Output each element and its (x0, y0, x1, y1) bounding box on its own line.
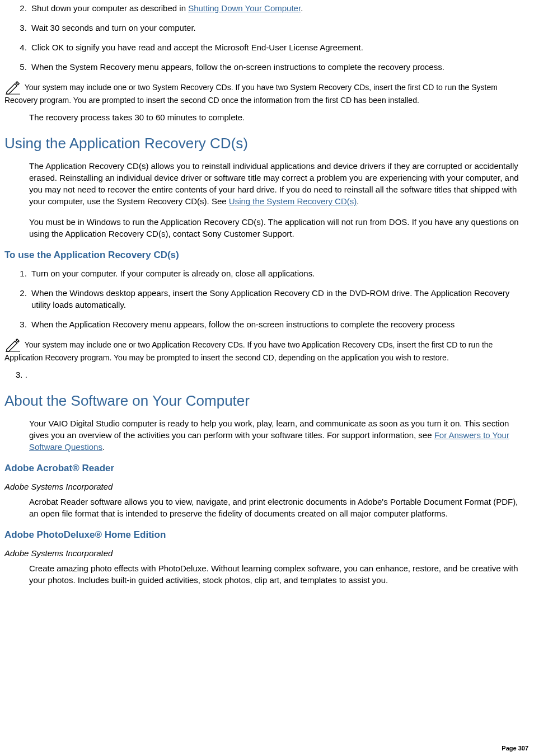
paragraph: Your VAIO Digital Studio computer is rea… (29, 417, 530, 453)
recovery-steps-list: Shut down your computer as described in … (4, 2, 530, 73)
para-suffix: . (357, 196, 359, 206)
paragraph: The Application Recovery CD(s) allows yo… (29, 160, 530, 207)
note-block: Your system may include one or two Syste… (4, 81, 530, 106)
software-vendor: Adobe Systems Incorporated (4, 547, 530, 559)
step-text: Shut down your computer as described in (31, 3, 188, 13)
paragraph: You must be in Windows to run the Applic… (29, 216, 530, 240)
software-vendor: Adobe Systems Incorporated (4, 481, 530, 492)
pencil-note-icon (4, 81, 21, 95)
list-item: When the Windows desktop appears, insert… (29, 287, 530, 311)
list-item: Shut down your computer as described in … (29, 2, 530, 14)
list-item: Turn on your computer. If your computer … (29, 267, 530, 279)
para-suffix: . (102, 442, 105, 452)
app-recovery-steps-list: Turn on your computer. If your computer … (4, 267, 530, 330)
section-heading-about-software: About the Software on Your Computer (4, 391, 530, 411)
software-title: Adobe Acrobat® Reader (4, 462, 530, 475)
note-block: Your system may include one or two Appli… (4, 338, 530, 363)
note-text: Your system may include one or two Syste… (4, 83, 498, 105)
list-item: Click OK to signify you have read and ac… (29, 41, 530, 53)
software-description: Acrobat Reader software allows you to vi… (29, 496, 530, 519)
note-continuation: The recovery process takes 30 to 60 minu… (29, 111, 530, 123)
list-item: When the Application Recovery menu appea… (29, 318, 530, 330)
step-suffix: . (301, 3, 303, 13)
list-item: Wait 30 seconds and turn on your compute… (29, 22, 530, 34)
system-recovery-link[interactable]: Using the System Recovery CD(s) (229, 196, 357, 206)
note-text: Your system may include one or two Appli… (4, 340, 493, 362)
shutdown-link[interactable]: Shutting Down Your Computer (188, 3, 301, 13)
software-description: Create amazing photo effects with PhotoD… (29, 562, 530, 586)
stray-number-3: 3. . (16, 369, 530, 381)
subheading-app-recovery-steps: To use the Application Recovery CD(s) (4, 248, 530, 262)
list-item: When the System Recovery menu appears, f… (29, 61, 530, 73)
software-title: Adobe PhotoDeluxe® Home Edition (4, 528, 530, 542)
section-heading-app-recovery: Using the Application Recovery CD(s) (4, 133, 530, 153)
pencil-note-icon (4, 338, 21, 353)
